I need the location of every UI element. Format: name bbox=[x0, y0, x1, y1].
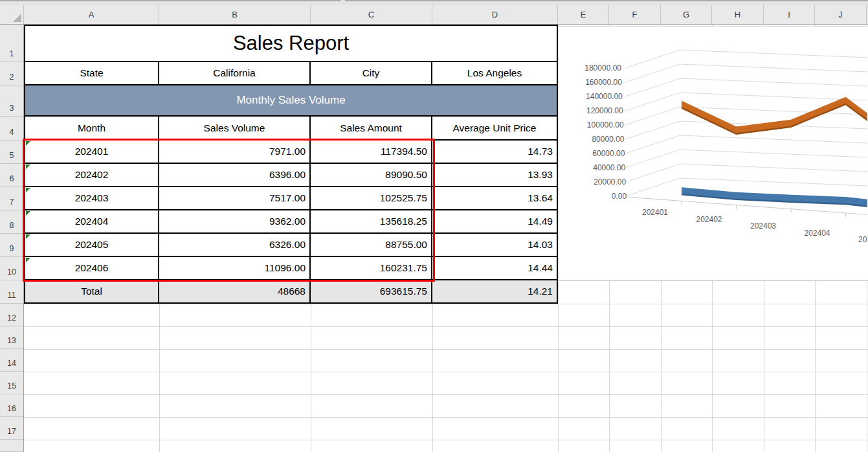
column-header-B[interactable]: B bbox=[159, 5, 311, 24]
svg-text:120000.00: 120000.00 bbox=[586, 106, 623, 115]
svg-text:202405: 202405 bbox=[858, 235, 867, 244]
cell-volume[interactable]: 9362.00 bbox=[159, 210, 311, 234]
column-header-E[interactable]: E bbox=[558, 5, 609, 24]
row-header-8[interactable]: 8 bbox=[0, 210, 23, 234]
gridline bbox=[24, 440, 868, 440]
month-text: 202406 bbox=[75, 262, 109, 274]
cell-amount[interactable]: 135618.25 bbox=[311, 210, 432, 234]
column-header-F[interactable]: F bbox=[609, 5, 661, 24]
column-header-I[interactable]: I bbox=[764, 5, 815, 24]
row-header-6[interactable]: 6 bbox=[0, 164, 23, 187]
gridline bbox=[24, 349, 868, 350]
gridline bbox=[24, 304, 868, 304]
row-header-partial[interactable] bbox=[0, 440, 23, 452]
row-header-7[interactable]: 7 bbox=[0, 187, 23, 210]
cell-avg-price[interactable]: 14.73 bbox=[432, 141, 558, 164]
svg-text:20000.00: 20000.00 bbox=[594, 177, 626, 186]
column-header-G[interactable]: G bbox=[661, 5, 712, 24]
cell-header-month[interactable]: Month bbox=[24, 117, 159, 141]
cell-total-avg-price[interactable]: 14.21 bbox=[432, 280, 558, 304]
cell-amount[interactable]: 88755.00 bbox=[311, 234, 432, 257]
spreadsheet: ABCDEFGHIJ 1234567891011121314151617 Sal… bbox=[0, 0, 868, 452]
error-indicator-icon bbox=[26, 141, 30, 146]
cell-header-avg-price[interactable]: Average Unit Price bbox=[432, 117, 558, 141]
column-header-J[interactable]: J bbox=[815, 5, 867, 24]
column-header-bar: ABCDEFGHIJ bbox=[0, 5, 868, 25]
cell-volume[interactable]: 6396.00 bbox=[159, 164, 311, 187]
cell-state-label[interactable]: State bbox=[24, 62, 159, 85]
gridline bbox=[24, 394, 868, 395]
cell-title[interactable]: Sales Report bbox=[24, 25, 558, 62]
cell-city-value[interactable]: Los Angeles bbox=[432, 62, 558, 85]
row-header-12[interactable]: 12 bbox=[0, 304, 23, 326]
error-indicator-icon bbox=[26, 164, 30, 169]
cell-total-amount[interactable]: 693615.75 bbox=[311, 280, 432, 304]
month-text: 202403 bbox=[75, 192, 109, 204]
row-header-15[interactable]: 15 bbox=[0, 372, 23, 394]
cell-section-header[interactable]: Monthly Sales Volume bbox=[24, 85, 558, 117]
formula-field-edge bbox=[345, 0, 868, 1]
cell-volume[interactable]: 7971.00 bbox=[159, 141, 311, 164]
error-indicator-icon bbox=[26, 258, 30, 262]
column-header-D[interactable]: D bbox=[432, 5, 558, 24]
column-header-A[interactable]: A bbox=[24, 5, 159, 24]
svg-text:202402: 202402 bbox=[696, 215, 722, 224]
month-text: 202404 bbox=[75, 216, 109, 227]
svg-text:180000.00: 180000.00 bbox=[584, 63, 621, 73]
name-box-edge bbox=[0, 0, 340, 1]
svg-text:202401: 202401 bbox=[642, 208, 668, 217]
row-header-2[interactable]: 2 bbox=[0, 62, 23, 85]
row-header-14[interactable]: 14 bbox=[0, 349, 23, 372]
cell-header-volume[interactable]: Sales Volume bbox=[159, 117, 311, 141]
cell-month[interactable]: 202403 bbox=[24, 187, 159, 210]
svg-text:140000.00: 140000.00 bbox=[586, 92, 623, 101]
cell-amount[interactable]: 102525.75 bbox=[311, 187, 432, 210]
sales-chart[interactable]: 180000.00160000.00140000.00120000.001000… bbox=[558, 26, 868, 280]
cell-volume[interactable]: 7517.00 bbox=[159, 187, 311, 210]
error-indicator-icon bbox=[26, 234, 30, 239]
row-header-17[interactable]: 17 bbox=[0, 417, 23, 440]
cell-month[interactable]: 202401 bbox=[24, 141, 159, 164]
cell-month[interactable]: 202406 bbox=[24, 257, 159, 280]
cell-volume[interactable]: 11096.00 bbox=[159, 257, 311, 280]
row-header-10[interactable]: 10 bbox=[0, 257, 23, 280]
column-header-H[interactable]: H bbox=[712, 5, 764, 24]
column-header-C[interactable]: C bbox=[311, 5, 432, 24]
cell-month[interactable]: 202404 bbox=[24, 210, 159, 234]
select-all-triangle-icon bbox=[13, 14, 21, 22]
row-header-1[interactable]: 1 bbox=[0, 25, 23, 62]
error-indicator-icon bbox=[26, 211, 30, 216]
cell-total-label[interactable]: Total bbox=[24, 280, 159, 304]
svg-text:202404: 202404 bbox=[804, 229, 830, 238]
row-header-11[interactable]: 11 bbox=[0, 280, 23, 304]
row-header-4[interactable]: 4 bbox=[0, 117, 23, 141]
cell-header-amount[interactable]: Sales Amount bbox=[311, 117, 432, 141]
cell-avg-price[interactable]: 14.44 bbox=[432, 257, 558, 280]
row-header-16[interactable]: 16 bbox=[0, 394, 23, 417]
row-header-bar: 1234567891011121314151617 bbox=[0, 25, 24, 452]
gridline bbox=[24, 417, 868, 418]
month-text: 202402 bbox=[75, 169, 109, 181]
row-header-13[interactable]: 13 bbox=[0, 326, 23, 349]
cell-amount[interactable]: 117394.50 bbox=[311, 141, 432, 164]
cell-amount[interactable]: 89090.50 bbox=[311, 164, 432, 187]
svg-text:100000.00: 100000.00 bbox=[587, 120, 624, 130]
svg-text:80000.00: 80000.00 bbox=[592, 135, 624, 144]
cell-city-label[interactable]: City bbox=[311, 62, 432, 85]
row-header-5[interactable]: 5 bbox=[0, 141, 23, 164]
cell-avg-price[interactable]: 14.03 bbox=[432, 234, 558, 257]
cell-amount[interactable]: 160231.75 bbox=[311, 257, 432, 280]
row-header-9[interactable]: 9 bbox=[0, 234, 23, 257]
select-all-corner[interactable] bbox=[0, 5, 24, 24]
row-header-3[interactable]: 3 bbox=[0, 85, 23, 117]
cell-total-volume[interactable]: 48668 bbox=[159, 280, 311, 304]
cell-avg-price[interactable]: 14.49 bbox=[432, 210, 558, 234]
cell-avg-price[interactable]: 13.93 bbox=[432, 164, 558, 187]
cell-volume[interactable]: 6326.00 bbox=[159, 234, 311, 257]
cell-month[interactable]: 202405 bbox=[24, 234, 159, 257]
cell-month[interactable]: 202402 bbox=[24, 164, 159, 187]
svg-text:60000.00: 60000.00 bbox=[592, 149, 625, 158]
cell-state-value[interactable]: California bbox=[159, 62, 311, 85]
svg-text:160000.00: 160000.00 bbox=[585, 78, 622, 87]
cell-avg-price[interactable]: 13.64 bbox=[432, 187, 558, 210]
